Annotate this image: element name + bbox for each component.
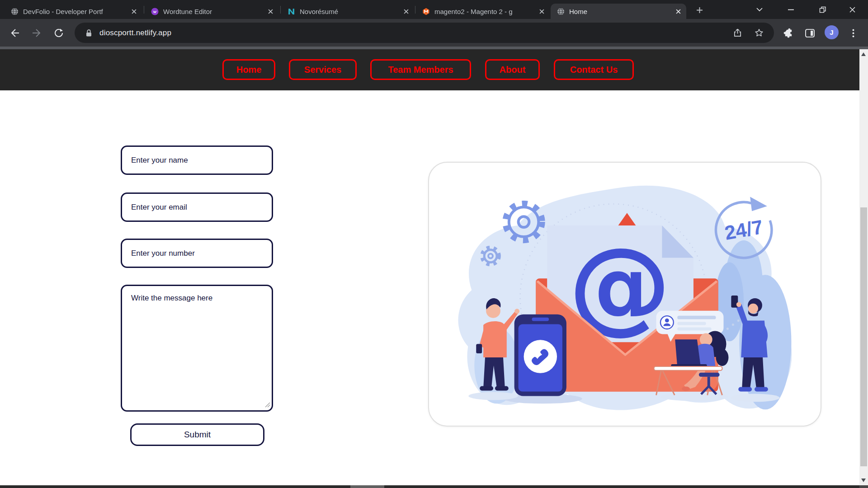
- address-bar[interactable]: dioscportt.netlify.app: [75, 23, 774, 43]
- vertical-scrollbar-thumb[interactable]: [860, 207, 867, 466]
- browser-menu-button[interactable]: [846, 26, 860, 40]
- close-icon: [849, 7, 855, 13]
- vertical-scrollbar[interactable]: [859, 49, 868, 485]
- nav-button-services[interactable]: Services: [289, 59, 357, 80]
- tab-devfolio[interactable]: DevFolio - Developer Portf: [5, 4, 142, 19]
- novoresume-favicon-icon: [288, 8, 295, 15]
- tab-magento[interactable]: magento2 - Magento 2 - g: [416, 4, 550, 19]
- tab-search-button[interactable]: [749, 0, 770, 19]
- tab-close-icon[interactable]: [129, 7, 138, 16]
- kebab-menu-icon: [852, 29, 854, 38]
- profile-avatar[interactable]: J: [825, 25, 839, 39]
- horizontal-scrollbar-thumb[interactable]: [350, 485, 384, 488]
- wordtune-favicon-icon: w: [151, 8, 159, 15]
- svg-text:w: w: [153, 9, 157, 14]
- share-button[interactable]: [733, 28, 742, 38]
- globe-favicon-icon: [11, 8, 19, 15]
- browser-toolbar: dioscportt.netlify.app: [0, 19, 868, 47]
- submit-button[interactable]: Submit: [130, 423, 264, 446]
- side-panel-button[interactable]: [803, 26, 816, 40]
- globe-favicon-icon: [557, 8, 565, 15]
- number-input[interactable]: [121, 239, 273, 268]
- tab-title: Home: [569, 8, 669, 15]
- nav-button-about[interactable]: About: [485, 59, 540, 80]
- window-close-button[interactable]: [842, 0, 863, 19]
- restore-icon: [819, 6, 826, 13]
- contact-illustration-card: 24/7 @: [428, 162, 821, 427]
- forward-button[interactable]: [30, 26, 43, 40]
- extensions-button[interactable]: [781, 26, 795, 40]
- tab-title: Novorésumé: [300, 8, 397, 15]
- back-arrow-icon: [9, 28, 20, 38]
- tab-title: Wordtune Editor: [163, 8, 261, 15]
- new-tab-button[interactable]: [693, 4, 705, 16]
- restore-button[interactable]: [812, 0, 833, 19]
- forward-arrow-icon: [31, 28, 42, 38]
- tab-strip: DevFolio - Developer Portf w Wordtune Ed…: [0, 0, 868, 19]
- share-icon: [733, 28, 742, 38]
- back-button[interactable]: [8, 26, 22, 40]
- webpage-viewport: Home Services Team Members About Contact…: [0, 49, 859, 485]
- bookmark-button[interactable]: [754, 28, 764, 38]
- horizontal-scrollbar[interactable]: [0, 485, 868, 488]
- tab-separator: [144, 6, 144, 14]
- nav-button-home[interactable]: Home: [222, 59, 275, 80]
- reload-icon: [53, 28, 64, 38]
- tab-novoresume[interactable]: Novorésumé: [281, 4, 414, 19]
- message-textarea[interactable]: [121, 285, 273, 412]
- minimize-button[interactable]: [780, 0, 801, 19]
- nav-button-contact-us[interactable]: Contact Us: [554, 59, 634, 80]
- site-navbar: Home Services Team Members About Contact…: [0, 49, 859, 90]
- tab-title: DevFolio - Developer Portf: [23, 8, 125, 15]
- tab-home-active[interactable]: Home: [551, 4, 686, 19]
- contact-illustration: 24/7 @: [429, 163, 821, 426]
- magento-favicon-icon: [422, 8, 430, 15]
- reload-button[interactable]: [52, 26, 66, 40]
- tab-close-icon[interactable]: [266, 7, 275, 16]
- nav-button-team-members[interactable]: Team Members: [370, 59, 471, 80]
- plus-icon: [696, 7, 703, 14]
- textarea-resize-grip[interactable]: [264, 401, 270, 408]
- name-input[interactable]: [121, 145, 273, 175]
- puzzle-icon: [783, 28, 793, 38]
- browser-window: DevFolio - Developer Portf w Wordtune Ed…: [0, 0, 868, 488]
- tab-close-icon[interactable]: [674, 7, 683, 16]
- tab-wordtune[interactable]: w Wordtune Editor: [145, 4, 278, 19]
- scroll-down-arrow-icon[interactable]: [861, 479, 866, 482]
- star-icon: [754, 28, 764, 38]
- scroll-up-arrow-icon[interactable]: [861, 52, 866, 56]
- url-text: dioscportt.netlify.app: [99, 28, 171, 38]
- minimize-icon: [788, 9, 794, 10]
- scrollbar-corner: [859, 485, 868, 488]
- lock-icon[interactable]: [85, 29, 92, 37]
- tab-title: magento2 - Magento 2 - g: [434, 8, 533, 15]
- tab-close-icon[interactable]: [537, 7, 546, 16]
- tab-separator: [280, 6, 281, 14]
- badge-24-7-text: 24/7: [723, 216, 764, 244]
- email-input[interactable]: [121, 192, 273, 222]
- tab-close-icon[interactable]: [401, 7, 410, 16]
- tab-separator: [415, 6, 415, 14]
- side-panel-icon: [805, 29, 815, 38]
- chevron-down-icon: [756, 8, 763, 11]
